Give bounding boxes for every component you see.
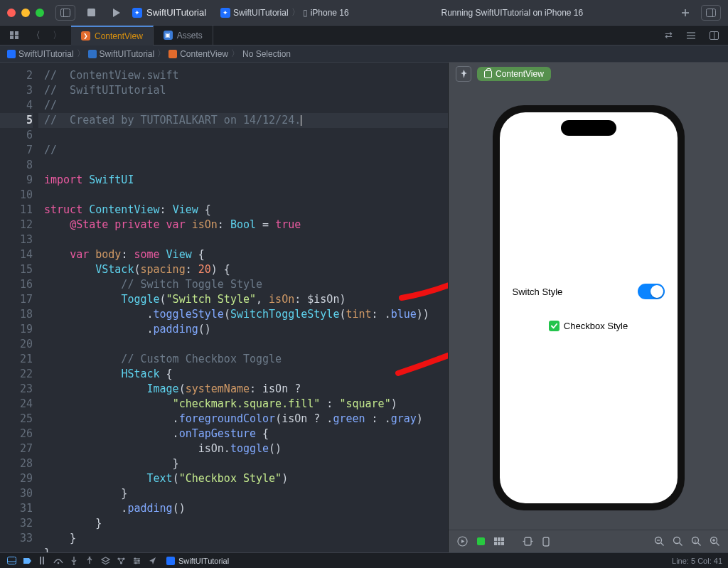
assets-icon: ▣: [164, 31, 173, 40]
device-settings-button[interactable]: [520, 535, 535, 549]
svg-line-39: [716, 543, 719, 546]
svg-rect-23: [501, 542, 504, 545]
related-items-button[interactable]: [4, 28, 24, 43]
editor-code-area[interactable]: // ContentView.swift // SwiftUITutorial …: [38, 63, 448, 552]
tab-bar: 〈 〉 ❯ ContentView ▣ Assets ⇄: [0, 26, 728, 45]
jumpbar-folder-icon: [88, 50, 97, 58]
tab-contentview-label: ContentView: [95, 31, 143, 41]
canvas-toolbar-bottom: 1: [449, 530, 728, 552]
tab-assets[interactable]: ▣ Assets: [154, 26, 213, 45]
zoom-window-button[interactable]: [36, 9, 44, 17]
switch-toggle-row: Switch Style: [508, 284, 669, 299]
main-split: 2345678910111213141516171819202122232425…: [0, 63, 728, 552]
svg-rect-43: [43, 557, 44, 564]
scheme-selector[interactable]: ✦ SwiftUITutorial 〉 ▯ iPhone 16: [220, 6, 349, 18]
checkbox-row: Checkbox Style: [508, 321, 669, 331]
app-content: Switch Style Checkbox Style: [500, 112, 678, 503]
step-into-button[interactable]: [68, 555, 80, 567]
tab-contentview[interactable]: ❯ ContentView: [71, 26, 154, 45]
preview-selector[interactable]: ContentView: [477, 67, 551, 81]
run-button[interactable]: [107, 5, 127, 21]
xcode-project-icon: ✦: [132, 8, 142, 18]
scheme-target-icon: ✦: [220, 8, 230, 18]
svg-rect-5: [707, 9, 716, 16]
environment-overrides-button[interactable]: [131, 555, 142, 567]
preview-provider-icon: [484, 70, 492, 78]
scheme-target-label: SwiftUITutorial: [233, 8, 289, 18]
canvas-toolbar-top: ContentView: [449, 63, 728, 85]
svg-rect-20: [501, 537, 504, 541]
debug-memory-graph-button[interactable]: [115, 555, 127, 567]
zoom-fit-button[interactable]: [670, 535, 685, 549]
debug-process-label: SwiftUITutorial: [178, 557, 229, 565]
adjust-editor-options-button[interactable]: [681, 28, 701, 43]
svg-rect-2: [87, 9, 95, 16]
step-out-button[interactable]: [84, 555, 95, 567]
library-button[interactable]: [675, 5, 695, 21]
close-window-button[interactable]: [7, 9, 16, 17]
pin-preview-button[interactable]: [456, 66, 471, 82]
code-editor[interactable]: 2345678910111213141516171819202122232425…: [0, 63, 448, 552]
svg-point-31: [673, 537, 680, 544]
zoom-actual-button[interactable]: 1: [688, 535, 704, 549]
variants-button[interactable]: [491, 535, 507, 549]
jump-bar[interactable]: SwiftUITutorial 〉 SwiftUITutorial 〉 Cont…: [0, 45, 728, 63]
svg-rect-8: [15, 31, 18, 35]
svg-rect-42: [40, 557, 41, 564]
swift-file-icon: [168, 50, 177, 58]
selectable-preview-button[interactable]: [473, 535, 488, 549]
activity-status: Running SwiftUITutorial on iPhone 16: [355, 8, 670, 18]
jumpbar-file-label: ContentView: [180, 49, 228, 59]
tab-assets-label: Assets: [177, 31, 203, 41]
debug-process[interactable]: SwiftUITutorial: [166, 557, 229, 565]
live-preview-button[interactable]: [454, 535, 470, 549]
nav-forward-button[interactable]: 〉: [47, 28, 67, 43]
debug-bar: SwiftUITutorial Line: 5 Col: 41: [0, 552, 728, 568]
svg-line-30: [660, 543, 663, 546]
svg-rect-7: [10, 31, 14, 35]
preview-canvas[interactable]: Switch Style Checkbox Style: [449, 85, 728, 530]
editor-gutter: 2345678910111213141516171819202122232425…: [0, 63, 38, 552]
nav-back-button[interactable]: 〈: [26, 28, 46, 43]
simulate-location-button[interactable]: [146, 555, 158, 567]
xcode-project-icon: [166, 557, 175, 565]
svg-rect-17: [477, 537, 485, 545]
cursor-position-label: Line: 5 Col: 41: [672, 557, 722, 565]
svg-point-56: [137, 559, 139, 562]
svg-text:1: 1: [694, 539, 697, 543]
svg-point-44: [58, 562, 60, 564]
svg-point-48: [89, 557, 91, 558]
svg-rect-22: [498, 542, 500, 545]
svg-rect-27: [543, 537, 549, 546]
svg-point-46: [73, 563, 75, 565]
toggle-navigator-button[interactable]: [55, 5, 75, 21]
zoom-in-button[interactable]: [707, 535, 722, 549]
svg-rect-18: [494, 537, 497, 541]
continue-button[interactable]: [37, 555, 48, 567]
checkbox-toggle[interactable]: [549, 321, 560, 331]
svg-line-35: [697, 543, 700, 546]
breakpoints-button[interactable]: [21, 555, 33, 567]
preview-device-button[interactable]: [538, 535, 554, 549]
stop-button[interactable]: [81, 5, 101, 21]
minimize-window-button[interactable]: [21, 9, 30, 17]
step-over-button[interactable]: [53, 555, 64, 567]
preview-pane: ContentView Switch Style: [448, 63, 728, 552]
scheme-device-label: iPhone 16: [311, 8, 349, 18]
switch-label: Switch Style: [513, 286, 563, 297]
switch-toggle[interactable]: [638, 284, 665, 299]
toggle-debug-area-button[interactable]: [6, 555, 17, 567]
svg-rect-10: [15, 36, 18, 39]
enable-code-review-button[interactable]: ⇄: [658, 28, 678, 43]
debug-view-hierarchy-button[interactable]: [100, 555, 111, 567]
checkbox-label: Checkbox Style: [564, 321, 628, 331]
traffic-lights: [7, 9, 44, 17]
cursor-position: Line: 5 Col: 41: [672, 557, 722, 565]
add-editor-button[interactable]: [704, 28, 724, 43]
scheme-separator-icon: 〉: [291, 6, 300, 18]
svg-rect-24: [525, 537, 531, 545]
toggle-inspector-button[interactable]: [701, 5, 721, 21]
zoom-out-button[interactable]: [651, 535, 667, 549]
svg-point-57: [134, 562, 136, 564]
project-title: ✦ SwiftUITutorial: [132, 7, 206, 18]
